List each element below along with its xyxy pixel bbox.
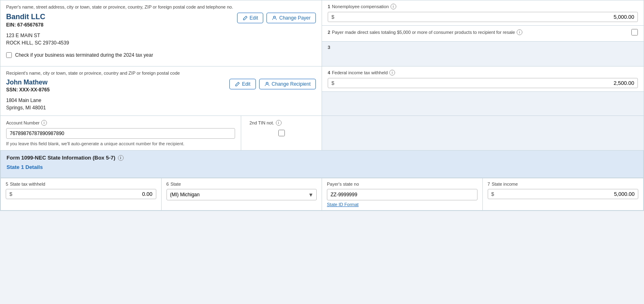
field-1-dollar-sign: $ bbox=[331, 14, 334, 20]
state-field-7: 7 State income $ bbox=[483, 178, 644, 210]
state-info-icon[interactable]: i bbox=[118, 155, 124, 161]
account-number-input[interactable] bbox=[6, 128, 235, 139]
state-details-label: State 1 Details bbox=[7, 164, 637, 170]
field-1-box: 1 Nonemployee compensation i $ bbox=[322, 0, 644, 26]
recipient-name: John Mathew bbox=[6, 79, 50, 86]
mid-right-section: 4 Federal income tax withheld i $ bbox=[322, 67, 644, 115]
tin-checkbox-wrap bbox=[249, 130, 313, 136]
state-field-7-input-wrap: $ bbox=[488, 189, 639, 199]
payer-name: Bandit LLC bbox=[6, 13, 45, 21]
business-terminated-checkbox[interactable] bbox=[6, 52, 12, 58]
edit-icon bbox=[242, 16, 248, 21]
state-select-wrap: (MI) Michigan ▼ bbox=[167, 189, 317, 200]
recipient-section: Recipient's name, city or town, state or… bbox=[0, 67, 322, 115]
payer-ein: EIN: 67-6567678 bbox=[6, 22, 45, 28]
change-payer-icon bbox=[272, 16, 277, 21]
business-terminated-checkbox-row: Check if your business was terminated du… bbox=[6, 52, 316, 58]
mid-grid: Recipient's name, city or town, state or… bbox=[0, 67, 644, 116]
recipient-section-label: Recipient's name, city or town, state or… bbox=[6, 71, 316, 75]
tin-section: 2nd TIN not. i bbox=[241, 116, 322, 150]
edit-recipient-button[interactable]: Edit bbox=[229, 79, 256, 89]
state-field-5: 5 State tax withheld $ bbox=[1, 178, 162, 210]
payer-state-no-col: Payer's state no State ID Format bbox=[322, 178, 483, 210]
payer-state-no-label: Payer's state no bbox=[327, 182, 477, 186]
state-field-5-input-wrap: $ bbox=[6, 189, 156, 199]
business-terminated-label: Check if your business was terminated du… bbox=[15, 52, 153, 58]
field-1-input[interactable] bbox=[337, 14, 634, 20]
right-fields-section: 1 Nonemployee compensation i $ 2 Payer m… bbox=[322, 0, 644, 66]
field-4-info-icon[interactable]: i bbox=[389, 70, 395, 75]
svg-point-1 bbox=[266, 82, 268, 84]
field-4-label: 4 Federal income tax withheld i bbox=[328, 70, 638, 75]
field-2-box: 2 Payer made direct sales totaling $5,00… bbox=[322, 26, 644, 42]
account-tin-section: Account Number i If you leave this field… bbox=[0, 116, 322, 150]
state-field-7-input[interactable] bbox=[497, 191, 635, 197]
field-4-input-wrap: $ bbox=[328, 78, 638, 88]
state-select[interactable]: (MI) Michigan bbox=[167, 189, 317, 200]
change-recipient-icon bbox=[264, 82, 270, 87]
state-field-7-dollar: $ bbox=[491, 191, 494, 197]
state-id-format-link[interactable]: State ID Format bbox=[327, 202, 477, 207]
edit-recipient-icon bbox=[235, 82, 240, 87]
account-row: Account Number i If you leave this field… bbox=[0, 116, 644, 151]
edit-payer-button[interactable]: Edit bbox=[237, 13, 264, 23]
svg-point-0 bbox=[273, 16, 275, 18]
change-recipient-button[interactable]: Change Recipient bbox=[259, 79, 316, 89]
state-field-7-label: 7 State income bbox=[488, 182, 639, 186]
state-field-5-label: 5 State tax withheld bbox=[6, 182, 156, 186]
field-5-empty bbox=[322, 92, 644, 115]
field-1-label: 1 Nonemployee compensation i bbox=[328, 4, 638, 9]
field-1-input-wrap: $ bbox=[328, 12, 638, 22]
field-1-info-icon[interactable]: i bbox=[391, 4, 396, 9]
payer-section-label: Payer's name, street address, city or to… bbox=[6, 4, 316, 9]
field-2-label: 2 Payer made direct sales totaling $5,00… bbox=[328, 29, 638, 36]
account-hint: If you leave this field blank, we'll aut… bbox=[6, 141, 235, 146]
payer-section: Payer's name, street address, city or to… bbox=[0, 0, 322, 66]
state-field-5-dollar: $ bbox=[9, 191, 12, 197]
state-grid: 5 State tax withheld $ 6 State (MI) Mich… bbox=[0, 178, 644, 211]
recipient-address: 1804 Main Lane Springs, MI 48001 bbox=[6, 97, 316, 111]
tin-checkbox[interactable] bbox=[278, 130, 285, 136]
recipient-ssn: SSN: XXX-XX-8765 bbox=[6, 87, 50, 93]
account-number-label: Account Number i bbox=[6, 120, 235, 126]
field-4-input[interactable] bbox=[337, 80, 634, 86]
payer-address: 123 E MAIN ST ROCK HILL, SC 29730-4539 bbox=[6, 32, 316, 47]
account-info-icon[interactable]: i bbox=[41, 120, 47, 126]
field-3-label: 3 bbox=[328, 45, 638, 50]
field-2-checkbox[interactable] bbox=[631, 29, 638, 36]
payer-state-no-input[interactable] bbox=[327, 189, 477, 200]
account-right-empty bbox=[322, 116, 644, 150]
account-number-section: Account Number i If you leave this field… bbox=[0, 116, 241, 150]
field-4-dollar-sign: $ bbox=[331, 80, 334, 86]
field-4-box: 4 Federal income tax withheld i $ bbox=[322, 67, 644, 92]
state-field-5-input[interactable] bbox=[15, 191, 152, 197]
tin-info-icon[interactable]: i bbox=[276, 120, 282, 126]
change-payer-button[interactable]: Change Payer bbox=[266, 13, 316, 23]
tin-label: 2nd TIN not. i bbox=[249, 120, 313, 126]
state-info-section: Form 1099-NEC State Information (Box 5-7… bbox=[0, 151, 644, 178]
field-2-info-icon[interactable]: i bbox=[517, 29, 522, 35]
state-field-6-label: 6 State bbox=[167, 182, 317, 186]
state-section-title: Form 1099-NEC State Information (Box 5-7… bbox=[7, 155, 637, 161]
state-field-6: 6 State (MI) Michigan ▼ bbox=[162, 178, 322, 210]
field-3-box: 3 bbox=[322, 42, 644, 66]
